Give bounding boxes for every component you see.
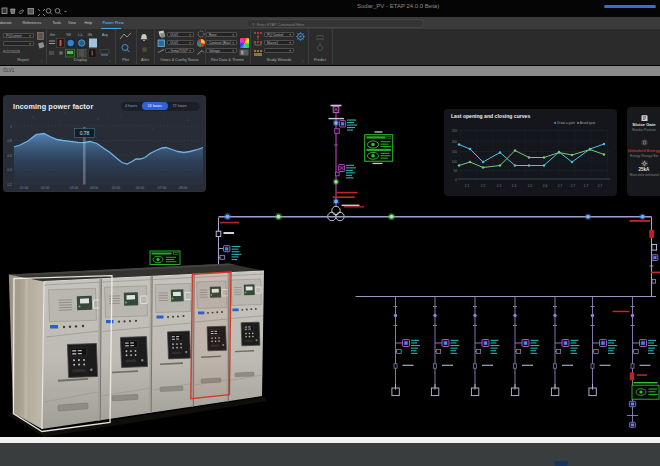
svg-text:2.7: 2.7 — [598, 183, 603, 187]
svg-text:08:00: 08:00 — [179, 186, 188, 190]
svg-text:07:00: 07:00 — [158, 186, 167, 190]
svg-text:0.2: 0.2 — [7, 183, 12, 187]
svg-text:2.5: 2.5 — [528, 183, 533, 187]
svg-text:0: 0 — [455, 177, 457, 181]
svg-text:2.3: 2.3 — [497, 183, 502, 187]
svg-text:0.6: 0.6 — [7, 154, 12, 158]
svg-text:06:00: 06:00 — [136, 186, 145, 190]
svg-text:0.78: 0.78 — [80, 130, 90, 136]
svg-text:200: 200 — [452, 139, 458, 143]
svg-text:0.4: 0.4 — [7, 168, 12, 172]
svg-text:2.7: 2.7 — [571, 183, 576, 187]
svg-text:2.7: 2.7 — [584, 183, 589, 187]
svg-text:01:00: 01:00 — [20, 186, 29, 190]
svg-text:2.2: 2.2 — [481, 183, 486, 187]
svg-text:2.1: 2.1 — [465, 183, 470, 187]
svg-text:2.4: 2.4 — [512, 183, 517, 187]
svg-text:100: 100 — [452, 159, 458, 163]
svg-text:150: 150 — [452, 150, 458, 154]
svg-text:250: 250 — [452, 129, 458, 133]
svg-text:04:00: 04:00 — [90, 186, 99, 190]
svg-text:03:00: 03:00 — [70, 186, 79, 190]
svg-text:1: 1 — [10, 125, 12, 129]
svg-text:05:00: 05:00 — [112, 186, 121, 190]
svg-text:50: 50 — [453, 169, 457, 173]
svg-text:2.6: 2.6 — [543, 183, 548, 187]
svg-text:02:00: 02:00 — [41, 186, 50, 190]
svg-text:0.8: 0.8 — [7, 139, 12, 143]
svg-text:2.7: 2.7 — [558, 183, 563, 187]
